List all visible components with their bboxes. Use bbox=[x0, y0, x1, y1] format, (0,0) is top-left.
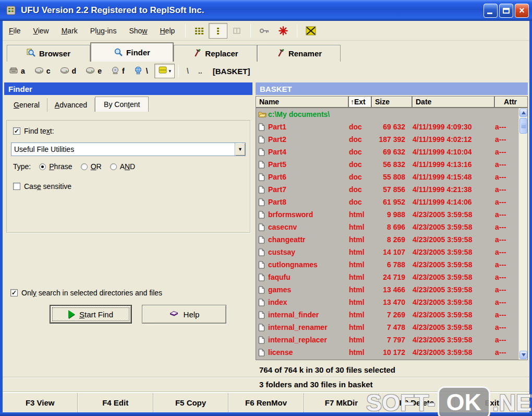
tab-by-content[interactable]: By Content bbox=[95, 97, 149, 112]
radio-icon[interactable] bbox=[81, 163, 88, 170]
tab-replacer[interactable]: Replacer bbox=[174, 45, 257, 62]
file-ext: html bbox=[349, 348, 372, 356]
title-bar: UFU Version 2.2 Registered to ReplSoft I… bbox=[0, 0, 532, 21]
drive-f-button[interactable]: f bbox=[108, 65, 130, 78]
file-attr: a--- bbox=[495, 348, 518, 356]
minimize-button[interactable] bbox=[483, 4, 498, 18]
only-selected-checkbox[interactable]: ✓ Only search in selected directories an… bbox=[10, 289, 162, 297]
tab-general[interactable]: General bbox=[6, 98, 47, 112]
f5-copy-button[interactable]: F5 Copy bbox=[153, 393, 228, 412]
menu-show[interactable]: Show bbox=[123, 23, 153, 38]
parent-dir-button[interactable]: .. bbox=[194, 65, 207, 77]
table-row[interactable]: Part5 doc 56 832 4/11/1999 4:13:16 a--- bbox=[256, 158, 518, 171]
drive-a-button[interactable]: a bbox=[6, 65, 30, 78]
file-name: Part2 bbox=[268, 135, 349, 144]
root-path-button[interactable]: \ bbox=[183, 65, 193, 77]
case-sensitive-label: Case sensitive bbox=[24, 182, 71, 191]
scroll-down-button[interactable] bbox=[519, 351, 527, 359]
case-sensitive-checkbox[interactable]: Case sensitive bbox=[13, 182, 71, 191]
table-row[interactable]: changeattr html 8 269 4/23/2005 3:59:58 … bbox=[256, 233, 518, 246]
menu-help[interactable]: Help bbox=[153, 23, 181, 38]
tab-finder[interactable]: Finder bbox=[90, 42, 174, 62]
table-row[interactable]: faqufu html 24 719 4/23/2005 3:59:58 a--… bbox=[256, 271, 518, 283]
vertical-scrollbar[interactable] bbox=[518, 108, 527, 360]
table-row[interactable]: license html 10 172 4/23/2005 3:59:58 a-… bbox=[256, 346, 518, 359]
f6-renmov-button[interactable]: F6 RenMov bbox=[228, 393, 304, 412]
file-attr: a--- bbox=[495, 273, 518, 281]
column-header-attr[interactable]: Attr bbox=[494, 96, 528, 108]
table-row[interactable]: Part8 doc 61 952 4/11/1999 4:14:06 a--- bbox=[256, 196, 518, 208]
file-size: 14 107 bbox=[372, 248, 413, 256]
tab-renamer[interactable]: Renamer bbox=[257, 45, 341, 62]
checkbox-checked-icon[interactable]: ✓ bbox=[10, 289, 18, 296]
menu-mark[interactable]: Mark bbox=[55, 23, 84, 38]
maximize-button[interactable] bbox=[499, 4, 513, 18]
table-row[interactable]: internal_renamer html 7 478 4/23/2005 3:… bbox=[256, 321, 518, 334]
tab-browser[interactable]: Browser bbox=[7, 45, 90, 62]
search-text-input[interactable] bbox=[11, 143, 235, 156]
file-name: Part5 bbox=[268, 160, 349, 169]
exit-button[interactable]: Exit bbox=[455, 393, 529, 412]
radio-or[interactable]: OR bbox=[81, 162, 102, 171]
scroll-up-button[interactable] bbox=[519, 109, 527, 117]
table-row[interactable]: Part2 doc 187 392 4/11/1999 4:02:12 a--- bbox=[256, 133, 518, 146]
clear-basket-icon[interactable] bbox=[301, 23, 320, 39]
radio-selected-icon[interactable] bbox=[39, 163, 46, 170]
table-row[interactable]: Part7 doc 57 856 4/11/1999 4:21:38 a--- bbox=[256, 183, 518, 196]
menu-bar: File View Mark Plug-ins Show Help bbox=[3, 21, 529, 41]
single-pane-icon[interactable] bbox=[209, 23, 227, 39]
find-text-checkbox[interactable]: ✓ Find text: bbox=[13, 127, 54, 135]
file-ext: html bbox=[349, 273, 372, 281]
parent-folder-row[interactable]: c:\My documents\ bbox=[256, 108, 518, 121]
drive-c-button[interactable]: c bbox=[31, 65, 56, 77]
menu-file[interactable]: File bbox=[3, 23, 27, 38]
combo-dropdown-button[interactable]: ▼ bbox=[235, 143, 245, 156]
menu-view[interactable]: View bbox=[27, 23, 55, 38]
multi-pane-icon[interactable] bbox=[190, 23, 209, 39]
red-asterisk-icon[interactable] bbox=[274, 23, 293, 39]
table-row[interactable]: brformsword html 9 988 4/23/2005 3:59:58… bbox=[256, 208, 518, 221]
help-button[interactable]: Help bbox=[142, 305, 226, 324]
table-row[interactable]: internal_finder html 7 269 4/23/2005 3:5… bbox=[256, 308, 518, 321]
main-area: Finder General Advanced By Content ✓ Fin… bbox=[3, 80, 529, 363]
file-date: 4/23/2005 3:59:58 bbox=[413, 336, 495, 344]
radio-and[interactable]: AND bbox=[110, 162, 136, 171]
table-row[interactable]: internal_replacer html 7 797 4/23/2005 3… bbox=[256, 334, 518, 346]
column-header-name[interactable]: Name bbox=[256, 96, 348, 108]
f7-mkdir-button[interactable]: F7 MkDir bbox=[304, 393, 379, 412]
table-row[interactable]: custsay html 14 107 4/23/2005 3:59:58 a-… bbox=[256, 246, 518, 258]
radio-phrase[interactable]: Phrase bbox=[39, 162, 72, 171]
scrollbar-thumb[interactable] bbox=[519, 118, 527, 134]
column-header-date[interactable]: Date bbox=[412, 96, 494, 108]
file-name: index bbox=[268, 298, 349, 306]
start-find-button[interactable]: Start Find bbox=[50, 305, 132, 324]
f3-view-button[interactable]: F3 View bbox=[3, 393, 78, 412]
table-row[interactable]: Part1 doc 69 632 4/11/1999 4:09:30 a--- bbox=[256, 121, 518, 133]
app-window: UFU Version 2.2 Registered to ReplSoft I… bbox=[0, 0, 532, 416]
table-row[interactable]: Part6 doc 55 808 4/11/1999 4:15:48 a--- bbox=[256, 171, 518, 183]
network-drive-button[interactable]: \ bbox=[131, 65, 153, 78]
table-row[interactable]: cutlongnames html 6 788 4/23/2005 3:59:5… bbox=[256, 258, 518, 271]
table-row[interactable]: Part4 doc 69 632 4/11/1999 4:10:04 a--- bbox=[256, 146, 518, 158]
radio-icon[interactable] bbox=[110, 163, 117, 170]
menu-plugins[interactable]: Plug-ins bbox=[84, 23, 123, 38]
current-path-label: [BASKET] bbox=[213, 67, 250, 76]
file-ext: doc bbox=[349, 198, 372, 206]
table-row[interactable]: games html 13 466 4/23/2005 3:59:58 a--- bbox=[256, 283, 518, 296]
basket-view-button[interactable]: ▾ bbox=[154, 64, 175, 78]
file-name: Part6 bbox=[268, 173, 349, 181]
tab-advanced[interactable]: Advanced bbox=[47, 98, 95, 112]
f8-delete-button[interactable]: F8 Delete bbox=[379, 393, 454, 412]
checkbox-checked-icon[interactable]: ✓ bbox=[13, 127, 20, 135]
drive-e-button[interactable]: e bbox=[82, 65, 107, 77]
drive-d-button[interactable]: d bbox=[57, 65, 82, 77]
close-button[interactable]: × bbox=[515, 4, 529, 18]
table-row[interactable]: index html 13 470 4/23/2005 3:59:58 a--- bbox=[256, 296, 518, 308]
checkbox-icon[interactable] bbox=[13, 183, 20, 190]
key-icon[interactable] bbox=[255, 23, 274, 39]
column-header-size[interactable]: Size bbox=[371, 96, 412, 108]
file-date: 4/11/1999 4:10:04 bbox=[413, 148, 495, 156]
table-row[interactable]: casecnv html 8 696 4/23/2005 3:59:58 a--… bbox=[256, 221, 518, 233]
column-header-ext[interactable]: ↑Ext bbox=[348, 96, 371, 108]
f4-edit-button[interactable]: F4 Edit bbox=[78, 393, 153, 412]
